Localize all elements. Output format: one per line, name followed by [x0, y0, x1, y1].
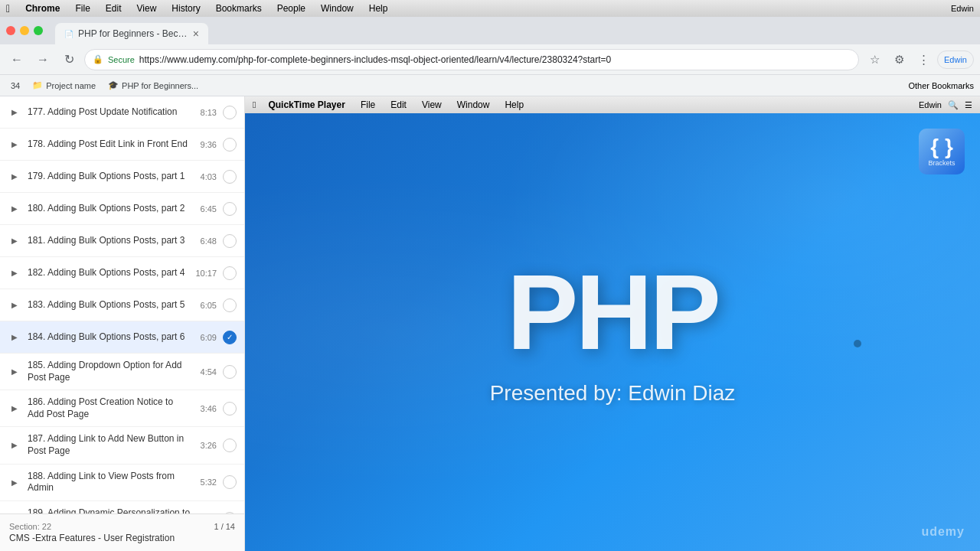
qt-right-section: Edwin 🔍 ☰ — [919, 100, 972, 110]
lecture-complete-checkbox[interactable] — [223, 475, 237, 489]
section-footer: Section: 22 CMS -Extra Features - User R… — [0, 514, 244, 551]
qt-app-name[interactable]: QuickTime Player — [265, 99, 348, 110]
lecture-complete-checkbox[interactable] — [223, 266, 237, 280]
qt-help-menu[interactable]: Help — [501, 99, 527, 110]
lecture-play-button[interactable]: ▶ — [8, 234, 21, 248]
menubar-item-bookmarks[interactable]: Bookmarks — [213, 3, 265, 14]
other-bookmarks[interactable]: Other Bookmarks — [908, 81, 974, 90]
qt-user-label: Edwin — [919, 100, 942, 109]
chrome-user-button[interactable]: Edwin — [937, 51, 974, 69]
lecture-item[interactable]: ▶ 183. Adding Bulk Options Posts, part 5… — [0, 289, 244, 321]
lecture-item[interactable]: ▶ 179. Adding Bulk Options Posts, part 1… — [0, 161, 244, 193]
lecture-item[interactable]: ▶ 185. Adding Dropdown Option for Add Po… — [0, 354, 244, 390]
lecture-complete-checkbox[interactable] — [223, 138, 237, 152]
lecture-item[interactable]: ▶ 184. Adding Bulk Options Posts, part 6… — [0, 321, 244, 354]
lecture-duration-text: 5:32 — [201, 478, 217, 487]
qt-list-icon[interactable]: ☰ — [965, 100, 972, 110]
lecture-item[interactable]: ▶ 182. Adding Bulk Options Posts, part 4… — [0, 257, 244, 289]
reload-button[interactable]: ↻ — [58, 49, 80, 70]
lecture-play-button[interactable]: ▶ — [8, 402, 21, 416]
address-bar[interactable]: 🔒 Secure https://www.udemy.com/php-for-c… — [84, 49, 859, 70]
lecture-duration-text: 4:03 — [201, 172, 217, 181]
lecture-play-button[interactable]: ▶ — [8, 170, 21, 184]
bookmark-php-course[interactable]: 🎓 PHP for Beginners... — [103, 79, 203, 92]
chrome-toolbar: ← → ↻ 🔒 Secure https://www.udemy.com/php… — [0, 44, 980, 75]
lecture-complete-checkbox[interactable] — [223, 170, 237, 184]
lecture-item[interactable]: ▶ 187. Adding Link to Add New Button in … — [0, 427, 244, 464]
menubar-item-history[interactable]: History — [168, 3, 203, 14]
tab-favicon-icon: 📄 — [64, 30, 74, 38]
lecture-complete-checkbox[interactable]: ✓ — [223, 331, 237, 344]
menubar-item-file[interactable]: File — [72, 3, 93, 14]
menubar-item-help[interactable]: Help — [366, 3, 391, 14]
lecture-list: ▶ 177. Adding Post Update Notification 8… — [0, 96, 244, 514]
lecture-play-button[interactable]: ▶ — [8, 106, 21, 119]
qt-search-icon[interactable]: 🔍 — [948, 100, 959, 110]
active-tab[interactable]: 📄 PHP for Beginners - Become... × — [55, 23, 208, 44]
apple-logo-icon[interactable]:  — [6, 2, 10, 15]
qt-window-menu[interactable]: Window — [454, 99, 493, 110]
menubar-item-window[interactable]: Window — [318, 3, 357, 14]
lecture-complete-checkbox[interactable] — [223, 402, 237, 416]
lecture-item[interactable]: ▶ 178. Adding Post Edit Link in Front En… — [0, 129, 244, 161]
user-name-label: Edwin — [951, 4, 974, 13]
qt-file-menu[interactable]: File — [358, 99, 378, 110]
lecture-title-text: 182. Adding Bulk Options Posts, part 4 — [28, 267, 186, 279]
section-label: Section: 22 — [9, 522, 235, 531]
menubar-item-people[interactable]: People — [274, 3, 309, 14]
lecture-complete-checkbox[interactable] — [223, 202, 237, 216]
window-close-button[interactable] — [6, 26, 15, 35]
sidebar: ▶ 177. Adding Post Update Notification 8… — [0, 96, 245, 551]
menubar-item-view[interactable]: View — [134, 3, 160, 14]
menubar-right-icons: Edwin — [951, 4, 974, 13]
window-minimize-button[interactable] — [20, 26, 29, 35]
toolbar-right: ☆ ⚙ ⋮ Edwin — [864, 49, 974, 70]
bookmark-count[interactable]: 34 — [6, 80, 24, 92]
lecture-play-button[interactable]: ▶ — [8, 439, 21, 452]
tab-close-button[interactable]: × — [193, 28, 199, 40]
menu-button[interactable]: ⋮ — [913, 49, 934, 70]
extensions-button[interactable]: ⚙ — [888, 49, 910, 70]
lecture-title-text: 188. Adding Link to View Posts from Admi… — [28, 471, 191, 494]
lecture-complete-checkbox[interactable] — [223, 298, 237, 312]
bookmark-star-button[interactable]: ☆ — [864, 49, 885, 70]
lecture-title-text: 185. Adding Dropdown Option for Add Post… — [28, 360, 191, 383]
back-button[interactable]: ← — [6, 49, 28, 70]
qt-view-menu[interactable]: View — [419, 99, 445, 110]
bookmark-project-name[interactable]: 📁 Project name — [28, 79, 100, 92]
lecture-complete-checkbox[interactable] — [223, 234, 237, 248]
video-frame: PHP Presented by: Edwin Diaz { } Bracket… — [245, 113, 980, 551]
qt-edit-menu[interactable]: Edit — [387, 99, 410, 110]
lecture-complete-checkbox[interactable] — [223, 439, 237, 452]
lecture-play-button[interactable]: ▶ — [8, 266, 21, 280]
lecture-item[interactable]: ▶ 181. Adding Bulk Options Posts, part 3… — [0, 225, 244, 257]
lecture-play-button[interactable]: ▶ — [8, 365, 21, 379]
lecture-item[interactable]: ▶ 180. Adding Bulk Options Posts, part 2… — [0, 193, 244, 225]
lecture-item[interactable]: ▶ 177. Adding Post Update Notification 8… — [0, 96, 244, 129]
lecture-play-button[interactable]: ▶ — [8, 331, 21, 344]
lecture-item[interactable]: ▶ 188. Adding Link to View Posts from Ad… — [0, 465, 244, 501]
php-course-label: PHP for Beginners... — [122, 81, 198, 90]
window-maximize-button[interactable] — [34, 26, 43, 35]
brackets-label: Brackets — [928, 159, 955, 167]
lecture-item[interactable]: ▶ 186. Adding Post Creation Notice to Ad… — [0, 390, 244, 427]
lecture-duration-text: 4:54 — [201, 367, 217, 377]
lecture-duration-text: 10:17 — [195, 269, 217, 278]
lecture-play-button[interactable]: ▶ — [8, 475, 21, 489]
lecture-item[interactable]: ▶ 189. Adding Dynamic Personalization to… — [0, 501, 244, 514]
lecture-play-button[interactable]: ▶ — [8, 298, 21, 312]
qt-apple-icon[interactable]:  — [253, 99, 256, 110]
lecture-complete-checkbox[interactable] — [223, 365, 237, 379]
lecture-play-button[interactable]: ▶ — [8, 202, 21, 216]
lecture-duration-text: 9:36 — [201, 140, 217, 149]
bookmarks-bar: 34 📁 Project name 🎓 PHP for Beginners...… — [0, 75, 980, 96]
menubar-item-chrome[interactable]: Chrome — [22, 3, 63, 14]
lecture-play-button[interactable]: ▶ — [8, 138, 21, 152]
mac-menubar:  Chrome File Edit View History Bookmark… — [0, 0, 980, 17]
lecture-complete-checkbox[interactable] — [223, 106, 237, 119]
lecture-duration-text: 3:46 — [201, 404, 217, 413]
video-area:  QuickTime Player File Edit View Window… — [245, 96, 980, 551]
menubar-item-edit[interactable]: Edit — [103, 3, 125, 14]
forward-button[interactable]: → — [32, 49, 54, 70]
tab-title-label: PHP for Beginners - Become... — [78, 28, 188, 39]
